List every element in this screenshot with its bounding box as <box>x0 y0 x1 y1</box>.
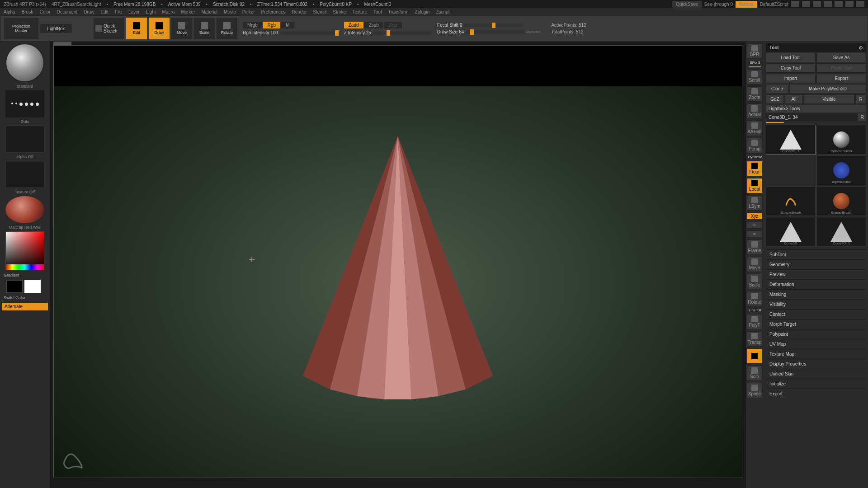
section-deformation[interactable]: Deformation <box>766 279 866 289</box>
stroke-thumbnail[interactable] <box>5 90 44 117</box>
tool-thumb-cone3d[interactable]: Cone3D <box>766 217 816 247</box>
rgb-intensity-slider[interactable] <box>280 31 339 35</box>
goz-visible-button[interactable]: Visible <box>804 94 854 104</box>
draw-button[interactable]: Draw <box>149 18 170 39</box>
window-icon-3[interactable] <box>813 1 821 7</box>
menu-zscript[interactable]: Zscript <box>436 9 449 14</box>
canvas-tab[interactable] <box>53 42 71 45</box>
menu-file[interactable]: File <box>115 9 122 14</box>
tool-name-field[interactable]: Cone3D_1. 34 <box>766 113 857 121</box>
menu-color[interactable]: Color <box>40 9 51 14</box>
swatch-secondary[interactable] <box>6 280 23 293</box>
menu-brush[interactable]: Brush <box>22 9 33 14</box>
scale-button[interactable]: Scale <box>194 18 215 39</box>
xpose-button[interactable]: Xpose <box>747 383 762 398</box>
zadd-chip[interactable]: Zadd <box>344 22 363 28</box>
export-button[interactable]: Export <box>816 74 866 83</box>
goz-r-button[interactable]: R <box>855 94 866 104</box>
tool-thumb-spherebrush[interactable]: SphereBrush <box>816 125 866 155</box>
lightbox-tools-button[interactable]: Lightbox> Tools <box>766 105 866 113</box>
scroll-button[interactable]: Scroll <box>747 69 762 84</box>
frame-button[interactable]: Frame <box>747 239 762 255</box>
default-script[interactable]: DefaultZScript <box>760 2 788 7</box>
lsym-button[interactable]: LSym <box>747 195 762 211</box>
spix-label[interactable]: SPix 3 <box>747 61 763 65</box>
floor-button[interactable]: Floor <box>747 161 762 176</box>
fit-button[interactable]: ⊕ <box>747 230 762 238</box>
zsub-chip[interactable]: Zsub <box>364 22 383 28</box>
transp-button[interactable]: Transp <box>747 331 762 347</box>
zoom-button[interactable]: Zoom <box>747 86 762 102</box>
bpr-button[interactable]: BPR <box>747 43 762 59</box>
section-unified-skin[interactable]: Unified Skin <box>766 369 866 379</box>
menu-zplugin[interactable]: Zplugin <box>415 9 430 14</box>
menu-stencil[interactable]: Stencil <box>313 9 326 14</box>
projection-master-button[interactable]: Projection Master <box>4 18 38 39</box>
paste-tool-button[interactable]: Paste Tool <box>816 63 866 73</box>
quicksave-button[interactable]: QuickSave <box>672 1 701 8</box>
section-subtool[interactable]: SubTool <box>766 249 866 259</box>
switchcolor-button[interactable]: SwitchColor <box>2 295 48 301</box>
draw-size-slider[interactable] <box>466 30 524 34</box>
tool-r-button[interactable]: R <box>858 113 866 121</box>
quicksketch-button[interactable]: QuickSketch <box>94 18 124 39</box>
minimize-icon[interactable] <box>835 1 843 7</box>
ghost-button[interactable] <box>747 348 762 364</box>
viewport[interactable] <box>53 45 742 478</box>
z-intensity-slider[interactable] <box>373 31 432 35</box>
tool-thumb-cone3d-1[interactable]: Cone3D_1 <box>766 125 816 155</box>
brush-thumbnail[interactable] <box>5 43 44 82</box>
rotate-button[interactable]: Rotate <box>217 18 237 39</box>
gradient-label[interactable]: Gradient <box>2 272 48 278</box>
tool-thumb-cone3d-1b[interactable]: Cone3D_1 <box>816 217 866 247</box>
section-contact[interactable]: Contact <box>766 309 866 319</box>
dynamic-label[interactable]: Dynamic <box>526 30 540 34</box>
copy-tool-button[interactable]: Copy Tool <box>766 63 816 73</box>
rotate-side-button[interactable]: Rotate <box>747 291 762 306</box>
menu-alpha[interactable]: Alpha <box>4 9 15 14</box>
section-uv-map[interactable]: UV Map <box>766 339 866 349</box>
persp-button[interactable]: Persp <box>747 138 762 153</box>
tool-panel-header[interactable]: Tool⊙ <box>766 43 866 52</box>
menu-layer[interactable]: Layer <box>128 9 140 14</box>
m-chip[interactable]: M <box>281 22 294 28</box>
swatch-primary[interactable] <box>24 280 41 293</box>
texture-thumbnail[interactable] <box>5 161 44 188</box>
save-as-button[interactable]: Save As <box>816 53 866 62</box>
menu-picker[interactable]: Picker <box>242 9 255 14</box>
load-tool-button[interactable]: Load Tool <box>766 53 816 62</box>
hue-strip[interactable] <box>6 264 44 270</box>
menu-stroke[interactable]: Stroke <box>333 9 346 14</box>
clone-button[interactable]: Clone <box>766 84 788 94</box>
menu-texture[interactable]: Texture <box>352 9 367 14</box>
section-preview[interactable]: Preview <box>766 269 866 279</box>
menus-button[interactable]: Menus <box>736 1 757 8</box>
local-button[interactable]: Local <box>747 178 762 193</box>
menu-edit[interactable]: Edit <box>101 9 108 14</box>
section-texture-map[interactable]: Texture Map <box>766 349 866 359</box>
section-masking[interactable]: Masking <box>766 289 866 299</box>
close-icon[interactable] <box>856 1 864 7</box>
solo-button[interactable]: Solo <box>747 366 762 381</box>
menu-movie[interactable]: Movie <box>224 9 236 14</box>
section-export[interactable]: Export <box>766 389 866 399</box>
rgb-chip[interactable]: Rgb <box>263 22 280 28</box>
menu-render[interactable]: Render <box>292 9 307 14</box>
menu-tool[interactable]: Tool <box>373 9 382 14</box>
maximize-icon[interactable] <box>845 1 854 7</box>
window-icon-2[interactable] <box>802 1 810 7</box>
aahalf-button[interactable]: AAHalf <box>747 121 762 136</box>
color-picker[interactable] <box>5 231 44 270</box>
window-icon-4[interactable] <box>824 1 832 7</box>
tool-thumb-eraserbrush[interactable]: EraserBrush <box>816 186 866 216</box>
section-visibility[interactable]: Visibility <box>766 299 866 309</box>
lightbox-button[interactable]: LightBox <box>40 24 72 33</box>
edit-button[interactable]: Edit <box>126 18 147 39</box>
section-polypaint[interactable]: Polypaint <box>766 329 866 339</box>
goz-button[interactable]: GoZ <box>766 94 784 104</box>
menu-light[interactable]: Light <box>146 9 156 14</box>
alpha-thumbnail[interactable] <box>5 126 44 153</box>
section-initialize[interactable]: Initialize <box>766 379 866 389</box>
menu-draw[interactable]: Draw <box>84 9 94 14</box>
focal-shift-slider[interactable] <box>464 23 523 27</box>
